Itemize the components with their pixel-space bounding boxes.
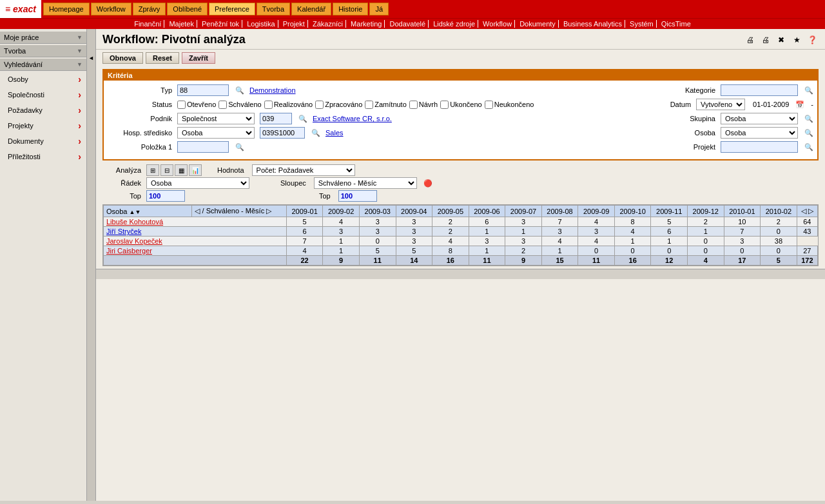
bottom-scrollbar[interactable]	[96, 269, 825, 279]
row-name-link[interactable]: Jiri Caisberger	[106, 247, 152, 255]
sec-nav-lidskezdroje[interactable]: Lidské zdroje	[431, 20, 478, 28]
nav-preference[interactable]: Preference	[209, 3, 255, 15]
nav-kalendar[interactable]: Kalendář	[291, 3, 331, 15]
hosp-code-input[interactable]	[260, 127, 305, 139]
col-end-sort-right[interactable]: ▷	[808, 207, 813, 215]
datum-select[interactable]: Vytvořeno	[696, 99, 745, 110]
podnik-browse-icon[interactable]: 🔍	[298, 115, 307, 123]
total-value-cell: 14	[396, 256, 432, 266]
sec-nav-businessanalytics[interactable]: Business Analytics	[561, 20, 625, 28]
status-checkbox-neukonceno[interactable]	[485, 101, 493, 109]
sec-nav-dokumenty[interactable]: Dokumenty	[517, 20, 559, 28]
col-month-sort-left[interactable]: ◁	[195, 207, 200, 215]
help-icon[interactable]: ❓	[806, 34, 819, 46]
print-icon[interactable]: 🖨	[744, 34, 757, 46]
kategorie-browse-icon[interactable]: 🔍	[804, 86, 813, 95]
polozka-browse-icon[interactable]: 🔍	[235, 143, 244, 151]
nav-zpravy[interactable]: Zprávy	[133, 3, 166, 15]
sec-nav-qicstime[interactable]: QicsTime	[659, 20, 694, 28]
nav-historie[interactable]: Historie	[333, 3, 368, 15]
status-checkbox-schvaleno[interactable]	[218, 101, 227, 109]
sec-nav-dodavatele[interactable]: Dodavatelé	[387, 20, 429, 28]
sec-nav-financni[interactable]: Finanční	[131, 20, 164, 28]
hodnota-select[interactable]: Počet: Požadavek	[252, 164, 355, 176]
status-realizovano: Realizováno	[264, 101, 313, 109]
row-name-link[interactable]: Jaroslav Kopeček	[106, 237, 162, 245]
hosp-sales-link[interactable]: Sales	[325, 129, 344, 137]
sec-nav-zakaznici[interactable]: Zákazníci	[310, 20, 346, 28]
podnik-code-input[interactable]	[260, 113, 292, 124]
analysis-icon-chart[interactable]: 📊	[189, 164, 202, 176]
zavrit-button[interactable]: Zavřít	[182, 52, 215, 64]
sec-nav-logistika[interactable]: Logistika	[244, 20, 278, 28]
osoba-select[interactable]: Osoba	[721, 127, 798, 139]
sloupec-select[interactable]: Schváleno - Měsíc	[314, 177, 417, 189]
obnova-button[interactable]: Obnova	[102, 52, 143, 64]
star-icon[interactable]: ★	[790, 34, 803, 46]
sidebar-header-vyhledavani[interactable]: Vyhledávání ▼	[0, 59, 86, 71]
sec-nav-majetek[interactable]: Majetek	[166, 20, 197, 28]
reset-button[interactable]: Reset	[146, 52, 179, 64]
typ-browse-icon[interactable]: 🔍	[235, 86, 244, 95]
nav-tvorba[interactable]: Tvorba	[257, 3, 290, 15]
sidebar-item-spolecnosti[interactable]: Společnosti ›	[0, 88, 86, 102]
sidebar-item-projekty[interactable]: Projekty ›	[0, 119, 86, 133]
typ-demonstration-link[interactable]: Demonstration	[249, 86, 296, 94]
hosp-select[interactable]: Osoba	[177, 127, 255, 139]
sidebar-header-mojeprace[interactable]: Moje práce ▼	[0, 32, 86, 44]
nav-ja[interactable]: Já	[369, 3, 389, 15]
top-value-2-input[interactable]	[338, 190, 377, 202]
col-2009-01: 2009-01	[286, 206, 323, 217]
hosp-browse-icon[interactable]: 🔍	[311, 129, 320, 137]
status-checkbox-zpracovano[interactable]	[315, 101, 324, 109]
typ-input[interactable]	[177, 84, 229, 96]
analysis-icon-grid2[interactable]: ⊟	[160, 164, 173, 176]
skupina-select[interactable]: Osoba	[721, 113, 798, 124]
sec-nav-peneznitok[interactable]: Peněžní tok	[199, 20, 242, 28]
polozka-input[interactable]	[177, 141, 229, 153]
sloupec-refresh-icon[interactable]: 🔴	[423, 179, 432, 188]
row-name-link[interactable]: Jiří Stryček	[106, 228, 141, 235]
podnik-link[interactable]: Exact Software CR, s.r.o.	[313, 115, 392, 122]
sidebar-collapse-btn[interactable]: ◄	[87, 29, 96, 501]
projekt-input[interactable]	[721, 141, 798, 153]
podnik-select[interactable]: Společnost	[177, 113, 255, 124]
status-checkbox-ukonceno[interactable]	[440, 101, 449, 109]
sec-nav-projekt[interactable]: Projekt	[280, 20, 308, 28]
nav-oblibene[interactable]: Oblíbené	[167, 3, 208, 15]
radek-select[interactable]: Osoba	[146, 177, 249, 189]
sec-nav-system[interactable]: Systém	[627, 20, 657, 28]
top-value-1-input[interactable]	[146, 190, 185, 202]
status-checkbox-zamitnuto[interactable]	[365, 101, 373, 109]
nav-workflow[interactable]: Workflow	[91, 3, 131, 15]
osoba-browse-icon[interactable]: 🔍	[804, 129, 813, 137]
criteria-header: Kritéria	[104, 70, 817, 81]
sidebar-section-spolecnosti: Společnosti ›	[0, 88, 86, 102]
col-end-sort-left[interactable]: ◁	[801, 207, 806, 215]
sec-nav-workflow[interactable]: Workflow	[480, 20, 515, 28]
kategorie-input[interactable]	[721, 84, 798, 96]
sidebar-item-dokumenty[interactable]: Dokumenty ›	[0, 134, 86, 148]
analysis-icon-table[interactable]: ▦	[175, 164, 188, 176]
row-value-cell: 7	[286, 237, 323, 246]
sidebar-item-prilezitosti[interactable]: Příležitosti ›	[0, 150, 86, 164]
criteria-row-polozka: Položka 1 🔍 Projekt 🔍	[108, 141, 813, 153]
print2-icon[interactable]: 🖨	[759, 34, 772, 46]
row-name-link[interactable]: Libuše Kohoutová	[106, 218, 163, 226]
status-checkbox-otvreno[interactable]	[177, 101, 186, 109]
sidebar-item-osoby[interactable]: Osoby ›	[0, 72, 86, 86]
row-value-cell: 2	[505, 246, 542, 256]
sidebar-header-tvorba[interactable]: Tvorba ▼	[0, 45, 86, 57]
datum-calendar-icon[interactable]: 📅	[795, 101, 804, 109]
analysis-icon-grid[interactable]: ⊞	[146, 164, 159, 176]
col-month-sort-right[interactable]: ▷	[266, 207, 271, 215]
col-sort-arrows[interactable]: ▲▼	[129, 209, 141, 215]
projekt-browse-icon[interactable]: 🔍	[804, 143, 813, 151]
status-checkbox-navrh[interactable]	[409, 101, 418, 109]
close-icon[interactable]: ✖	[775, 34, 788, 46]
sidebar-item-pozadavky[interactable]: Požadavky ›	[0, 103, 86, 117]
status-checkbox-realizovano[interactable]	[264, 101, 273, 109]
nav-homepage[interactable]: Homepage	[43, 3, 90, 15]
skupina-browse-icon[interactable]: 🔍	[804, 115, 813, 123]
sec-nav-marketing[interactable]: Marketing	[348, 20, 385, 28]
